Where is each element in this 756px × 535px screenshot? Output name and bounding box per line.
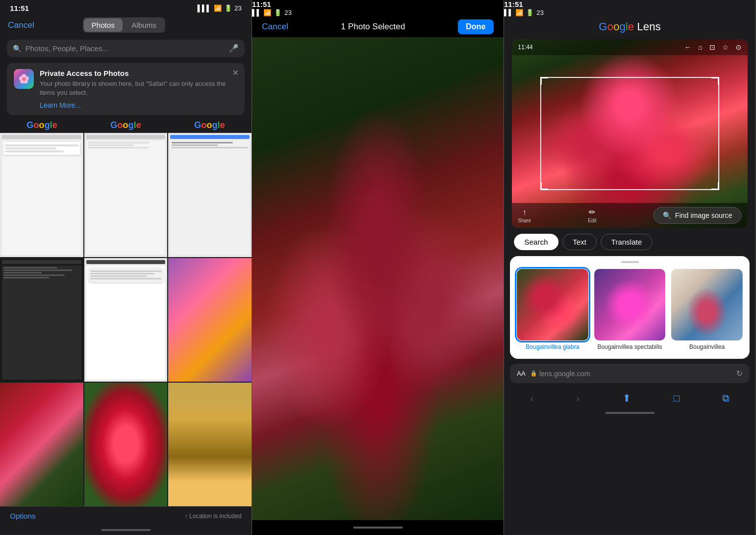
lens-image-top-bar: 11:44 ← ⌂ ⊡ ☆ ⊙	[512, 39, 748, 55]
edit-action-icon: ✏	[589, 207, 595, 217]
share-action-icon: ↑	[522, 208, 526, 217]
tab-text[interactable]: Text	[563, 234, 597, 250]
signal-icon-2: ▌▌	[252, 9, 261, 16]
bookmarks-nav-icon[interactable]: □	[668, 391, 686, 406]
home-indicator-3	[504, 408, 756, 418]
google-logo-3: Google	[168, 120, 252, 131]
back-nav-icon[interactable]: ‹	[524, 391, 540, 406]
home-bar-2	[353, 527, 403, 529]
google-lens-title: Google Lens	[599, 20, 661, 33]
results-card: Bougainvillea glabra Bougainvillea spect…	[510, 256, 750, 359]
result-item-1[interactable]: Bougainvillea glabra	[517, 269, 588, 351]
photo-cell-5[interactable]	[84, 258, 168, 382]
result-image-1[interactable]	[517, 269, 588, 340]
selection-corner-tl	[540, 77, 548, 85]
share-action-label: Share	[518, 218, 531, 223]
find-image-source-label: Find image source	[675, 211, 732, 219]
time-3: 11:51	[504, 0, 523, 8]
home-icon[interactable]: ⌂	[698, 43, 702, 51]
lens-image-container: 11:44 ← ⌂ ⊡ ☆ ⊙ ↑ Share ✏ Edit	[512, 39, 748, 228]
options-button[interactable]: Options	[10, 512, 36, 520]
lens-image-bottom-bar: ↑ Share ✏ Edit 🔍 Find image source	[512, 203, 748, 228]
photo-cell-3[interactable]	[168, 133, 252, 257]
private-banner-text: Private Access to Photos Your photo libr…	[40, 69, 238, 109]
battery-icon-2: 🔋	[274, 9, 282, 16]
status-bar-3: 11:51 ▌▌ 📶 🔋 23	[504, 0, 756, 16]
drag-handle	[621, 261, 639, 263]
font-size-control[interactable]: AA	[517, 370, 525, 377]
photo-cell-7[interactable]	[0, 383, 83, 506]
star-icon[interactable]: ☆	[722, 43, 729, 51]
battery-level: 23	[235, 4, 242, 12]
selection-corner-bl	[540, 182, 548, 190]
result-item-2[interactable]: Bougainvillea spectabilis	[594, 269, 666, 351]
photo-cell-4[interactable]	[0, 258, 83, 382]
photo-tabs: Photos Albums	[83, 17, 166, 33]
bottom-indicator-2	[252, 520, 504, 535]
photo-cell-2[interactable]	[84, 133, 168, 257]
lens-tabs: Search Text Translate	[504, 228, 756, 256]
edit-action-button[interactable]: ✏ Edit	[588, 207, 596, 223]
result-item-3[interactable]: Bougainvillea	[671, 269, 743, 351]
signal-icon: ▌▌▌	[197, 4, 211, 12]
tab-search[interactable]: Search	[514, 234, 559, 250]
refresh-icon[interactable]: ↻	[736, 369, 743, 378]
cancel-button-2[interactable]: Cancel	[262, 22, 288, 32]
tab-translate[interactable]: Translate	[601, 234, 652, 250]
edit-action-label: Edit	[588, 218, 596, 223]
photo-background	[252, 37, 504, 520]
photo-cell-8[interactable]	[84, 383, 168, 506]
google-lens-header: Google Lens	[504, 16, 756, 39]
g-letter-o2: o	[613, 20, 619, 33]
photo-grid	[0, 133, 252, 506]
battery-level-3: 23	[536, 9, 543, 16]
status-bar-2: 11:51 ▌▌ 📶 🔋 23	[252, 0, 504, 16]
status-bar-1: 11:51 ▌▌▌ 📶 🔋 23	[0, 0, 252, 14]
browser-address-bar[interactable]: AA 🔒 lens.google.com ↻	[510, 364, 750, 383]
g-letter-e: e	[628, 20, 634, 33]
tab-albums[interactable]: Albums	[124, 18, 164, 32]
battery-icon: 🔋	[224, 4, 232, 12]
home-bar-1	[101, 529, 151, 531]
result-image-3[interactable]	[671, 269, 743, 340]
private-banner-title: Private Access to Photos	[40, 69, 238, 77]
url-text: lens.google.com	[539, 370, 590, 378]
share-icon[interactable]: ⊡	[709, 43, 715, 51]
close-banner-button[interactable]: ✕	[232, 68, 239, 77]
share-action-button[interactable]: ↑ Share	[518, 208, 531, 223]
photo-cell-9[interactable]	[168, 383, 252, 506]
photo-selected-panel: 11:51 ▌▌ 📶 🔋 23 Cancel 1 Photo Selected …	[252, 0, 504, 535]
google-logos-strip: Google Google Google	[0, 117, 252, 133]
google-logo-2: Google	[84, 120, 168, 131]
cancel-button-1[interactable]: Cancel	[8, 20, 34, 30]
google-lens-panel: 11:51 ▌▌ 📶 🔋 23 Google Lens 11:44 ← ⌂ ⊡ …	[504, 0, 756, 535]
wifi-icon: 📶	[214, 4, 222, 12]
lens-image-time: 11:44	[518, 44, 533, 51]
tab-photos[interactable]: Photos	[84, 18, 123, 32]
tabs-nav-icon[interactable]: ⧉	[716, 391, 735, 406]
back-icon[interactable]: ←	[685, 43, 692, 51]
selection-corner-tr	[711, 77, 719, 85]
more-icon[interactable]: ⊙	[736, 43, 742, 51]
g-letter-o1: o	[607, 20, 613, 33]
learn-more-link[interactable]: Learn More...	[40, 101, 238, 109]
forward-nav-icon[interactable]: ›	[570, 391, 586, 406]
status-icons-1: ▌▌▌ 📶 🔋 23	[197, 4, 242, 12]
home-indicator-1	[0, 525, 252, 535]
google-logo-1: Google	[0, 120, 84, 131]
find-image-source-button[interactable]: 🔍 Find image source	[653, 207, 742, 224]
private-access-banner: 🌸 Private Access to Photos Your photo li…	[7, 63, 245, 115]
g-letter-g: G	[599, 20, 607, 33]
battery-level-2: 23	[284, 9, 291, 16]
location-text: ↑ Location is included	[185, 513, 242, 520]
done-button[interactable]: Done	[458, 19, 494, 34]
share-nav-icon[interactable]: ⬆	[617, 390, 637, 406]
photo-cell-6[interactable]	[168, 258, 252, 382]
url-display[interactable]: 🔒 lens.google.com	[530, 370, 731, 378]
result-image-2[interactable]	[594, 269, 666, 340]
result-label-3: Bougainvillea	[689, 343, 724, 351]
battery-icon-3: 🔋	[526, 9, 534, 16]
photo-search-bar[interactable]: 🔍 Photos, People, Places... 🎤	[7, 40, 245, 57]
mic-icon: 🎤	[229, 44, 239, 53]
photo-cell-1[interactable]	[0, 133, 83, 257]
